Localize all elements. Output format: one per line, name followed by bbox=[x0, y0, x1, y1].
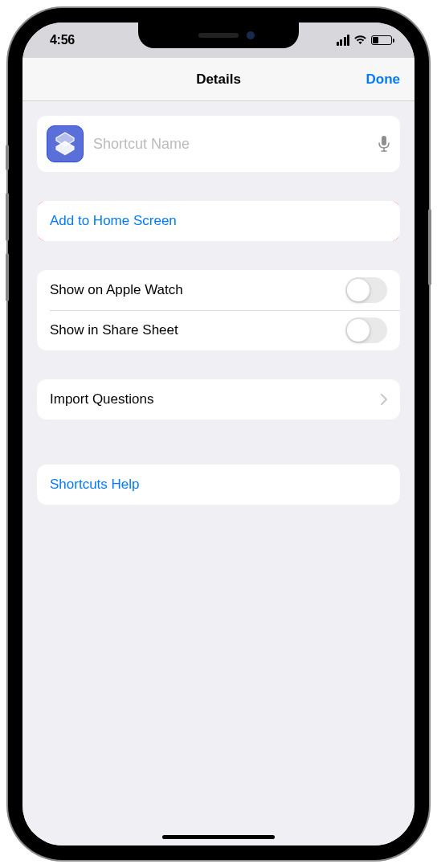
show-apple-watch-label: Show on Apple Watch bbox=[50, 282, 183, 298]
shortcuts-help-button[interactable]: Shortcuts Help bbox=[37, 465, 400, 505]
show-share-sheet-row: Show in Share Sheet bbox=[37, 310, 400, 350]
add-to-home-screen-button[interactable]: Add to Home Screen bbox=[37, 201, 400, 241]
apple-watch-toggle[interactable] bbox=[345, 277, 387, 303]
show-apple-watch-row: Show on Apple Watch bbox=[37, 270, 400, 310]
chevron-right-icon bbox=[381, 394, 387, 405]
done-button[interactable]: Done bbox=[366, 72, 401, 88]
page-title: Details bbox=[196, 72, 241, 88]
share-sheet-toggle[interactable] bbox=[345, 317, 387, 343]
shortcut-name-input[interactable] bbox=[93, 136, 368, 153]
notch bbox=[138, 23, 299, 48]
battery-icon bbox=[371, 35, 392, 45]
wifi-icon bbox=[353, 35, 367, 45]
home-indicator[interactable] bbox=[162, 835, 275, 839]
navigation-bar: Details Done bbox=[22, 58, 415, 101]
shortcut-app-icon[interactable] bbox=[47, 125, 84, 162]
volume-up-button[interactable] bbox=[6, 193, 9, 241]
silent-switch[interactable] bbox=[6, 145, 9, 170]
volume-down-button[interactable] bbox=[6, 253, 9, 301]
import-questions-button[interactable]: Import Questions bbox=[37, 379, 400, 420]
microphone-icon[interactable] bbox=[378, 135, 390, 153]
svg-rect-0 bbox=[382, 136, 386, 145]
import-questions-label: Import Questions bbox=[50, 391, 153, 407]
power-button[interactable] bbox=[428, 209, 431, 285]
show-share-sheet-label: Show in Share Sheet bbox=[50, 322, 178, 338]
cellular-signal-icon bbox=[337, 35, 350, 46]
shortcut-name-row bbox=[37, 116, 400, 172]
status-time: 4:56 bbox=[50, 33, 75, 47]
